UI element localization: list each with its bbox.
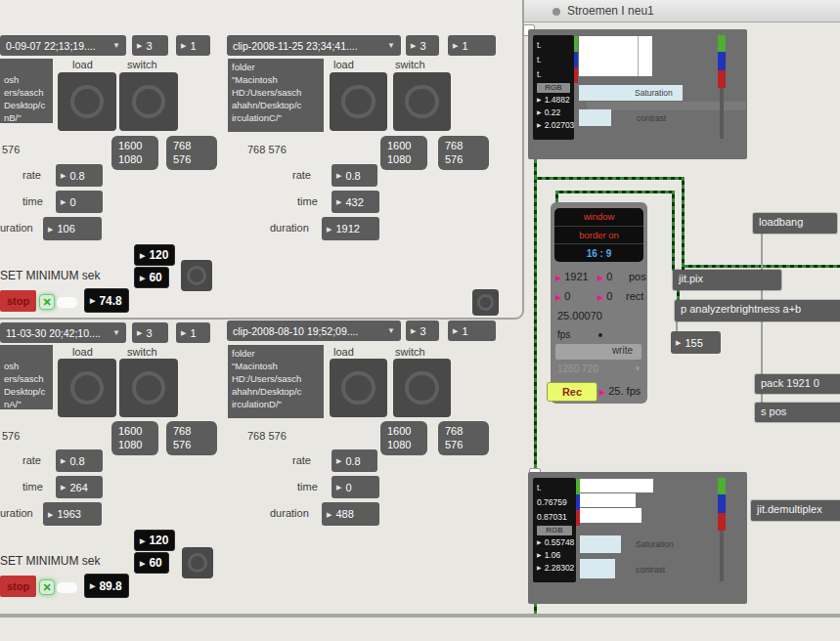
duration-number-a[interactable]: ▶ 106: [43, 217, 102, 240]
number-triangle-icon: ▶: [537, 536, 542, 549]
toggle-a[interactable]: ✕: [39, 294, 55, 310]
switch-number-d[interactable]: ▶ 1: [448, 320, 496, 341]
time-number-a[interactable]: ▶ 0: [56, 191, 103, 213]
duration-number-c[interactable]: ▶ 1963: [43, 502, 102, 526]
time-number-d[interactable]: ▶ 0: [332, 476, 379, 498]
bang-button-a[interactable]: [181, 260, 212, 291]
duration-number-b[interactable]: ▶ 1912: [322, 217, 379, 240]
red-gain-number[interactable]: ▶ 0.55748: [537, 536, 572, 549]
switch-number-c-value: 1: [190, 327, 196, 339]
loop-count-d[interactable]: ▶ 3: [406, 320, 439, 341]
switch-number-b[interactable]: ▶ 1: [448, 35, 496, 56]
minutes-high-number-c[interactable]: ▶ 120: [134, 530, 175, 551]
rate-number-d[interactable]: ▶ 0.8: [332, 449, 377, 472]
saturation-slider-bottom[interactable]: [580, 535, 621, 553]
resolution-hd-message-d[interactable]: 1600 1080: [380, 421, 427, 455]
bang-button-top[interactable]: [472, 289, 499, 316]
rec-fps-number[interactable]: ▶ 25. fps: [599, 385, 641, 397]
folder-path-b[interactable]: folder "Macintosh HD:/Users/sasch ahahn/…: [228, 59, 324, 132]
led-c[interactable]: [57, 582, 77, 593]
led-a[interactable]: [57, 297, 77, 308]
rect-x-number[interactable]: ▶ 0: [555, 290, 570, 302]
resolution-sd-message-b[interactable]: 768 576: [438, 136, 489, 170]
red-gain-number[interactable]: ▶ 1.4882: [537, 94, 570, 107]
rate-number-a[interactable]: ▶ 0.8: [56, 164, 103, 187]
blue-gain-number[interactable]: ▶ 2.02703: [537, 119, 570, 132]
scroll-track[interactable]: [720, 531, 724, 581]
rect-y-value: 0: [606, 290, 612, 302]
minutes-low-c-value: 60: [149, 556, 161, 570]
rec-button[interactable]: Rec: [547, 382, 597, 402]
rgb-multislider-bottom[interactable]: [580, 493, 636, 507]
number-triangle-icon: ▶: [597, 293, 603, 302]
minutes-low-a-value: 60: [149, 271, 161, 284]
green-gain-number[interactable]: ▶ 1.06: [537, 549, 572, 562]
window-control-buttons: window border on 16 : 9: [554, 208, 643, 262]
switch-dial-a[interactable]: [119, 72, 178, 131]
resolution-menu[interactable]: 1280 720 ▼: [557, 363, 641, 375]
loop-count-b[interactable]: ▶ 3: [406, 35, 439, 56]
pos-x-number[interactable]: ▶ 1921: [555, 271, 589, 282]
toggle-c[interactable]: ✕: [39, 579, 55, 595]
minimum-value-a[interactable]: ▶ 74.8: [84, 288, 129, 313]
blue-gain-number[interactable]: ▶ 2.28302: [537, 562, 572, 575]
clip-menu-c[interactable]: 11-03-30 20;42;10.... ▼: [0, 322, 126, 343]
load-dial-b[interactable]: [330, 72, 387, 131]
loop-count-a[interactable]: ▶ 3: [132, 35, 168, 56]
bang-button-c[interactable]: [182, 547, 213, 578]
resolution-sd-message-d[interactable]: 768 576: [438, 421, 489, 455]
clip-menu-a[interactable]: 0-09-07 22;13;19.... ▼: [0, 35, 126, 56]
folder-path-c[interactable]: osh ers/sasch Desktop/c nA/": [0, 345, 53, 409]
write-button[interactable]: write: [555, 344, 641, 360]
brightness-number[interactable]: ▶ 155: [671, 331, 721, 354]
switch-dial-d[interactable]: [393, 359, 451, 417]
contrast-slider-bottom[interactable]: [580, 559, 615, 578]
time-number-c[interactable]: ▶ 264: [56, 476, 103, 498]
stop-button-c[interactable]: stop: [0, 576, 36, 597]
resolution-hd-message-a[interactable]: 1600 1080: [111, 136, 158, 170]
switch-number-c[interactable]: ▶ 1: [176, 322, 210, 343]
minimum-value-c[interactable]: ▶ 89.8: [84, 574, 129, 598]
loop-count-c[interactable]: ▶ 3: [132, 322, 168, 343]
resolution-sd-message-c[interactable]: 768 576: [166, 421, 217, 455]
folder-path-d[interactable]: folder "Macintosh HD:/Users/sasch ahahn/…: [228, 345, 324, 418]
rate-number-c[interactable]: ▶ 0.8: [56, 449, 103, 472]
border-on-button[interactable]: border on: [554, 227, 643, 245]
time-number-b[interactable]: ▶ 432: [332, 191, 379, 213]
load-dial-d[interactable]: [330, 359, 387, 417]
fps-menu-dot-icon[interactable]: [598, 333, 602, 337]
switch-dial-b[interactable]: [393, 72, 451, 131]
window-button[interactable]: window: [554, 208, 643, 227]
clip-menu-d[interactable]: clip-2008-08-10 19;52;09.... ▼: [227, 320, 401, 341]
pos-y-number[interactable]: ▶ 0: [597, 271, 612, 282]
duration-number-d[interactable]: ▶ 488: [322, 502, 379, 526]
fps-label: fps: [557, 329, 570, 340]
scroll-track[interactable]: [720, 88, 724, 139]
resolution-sd-message-a[interactable]: 768 576: [166, 136, 217, 170]
rect-y-number[interactable]: ▶ 0: [597, 290, 612, 302]
rgb-multislider-bottom[interactable]: [580, 508, 641, 523]
rate-number-b[interactable]: ▶ 0.8: [332, 164, 377, 187]
minutes-high-number-a[interactable]: ▶ 120: [134, 244, 175, 266]
switch-dial-c[interactable]: [119, 359, 178, 417]
load-dial-a[interactable]: [58, 72, 116, 131]
stop-button-a[interactable]: stop: [0, 290, 36, 312]
clip-menu-b[interactable]: clip-2008-11-25 23;34;41.... ▼: [227, 35, 401, 56]
green-gain-number[interactable]: ▶ 0.22: [537, 107, 570, 119]
rgb-multislider-top[interactable]: [579, 36, 652, 76]
load-dial-c[interactable]: [58, 359, 116, 417]
folder-path-a[interactable]: osh ers/sasch Desktop/c nB/": [0, 59, 53, 123]
aspect-ratio-button[interactable]: 16 : 9: [554, 244, 643, 262]
resolution-hd-message-b[interactable]: 1600 1080: [380, 136, 427, 170]
minutes-low-number-a[interactable]: ▶ 60: [134, 267, 169, 288]
fps-value[interactable]: 25.00070: [557, 310, 602, 321]
resolution-hd-message-c[interactable]: 1600 1080: [111, 421, 158, 455]
time-number-a-value: 0: [69, 196, 75, 208]
patch-cord: [555, 191, 675, 193]
contrast-slider-top[interactable]: [579, 109, 611, 126]
number-triangle-icon: ▶: [140, 560, 145, 567]
minutes-low-number-c[interactable]: ▶ 60: [134, 552, 169, 574]
switch-label-a: switch: [127, 59, 157, 70]
switch-number-a[interactable]: ▶ 1: [176, 35, 210, 56]
rgb-multislider-bottom[interactable]: [580, 479, 653, 492]
